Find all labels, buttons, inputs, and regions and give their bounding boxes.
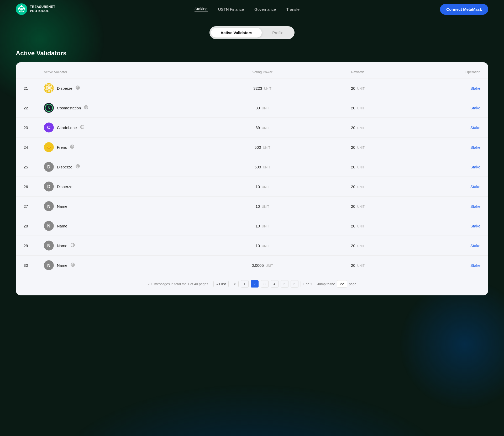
- end-page-button[interactable]: End »: [301, 281, 315, 287]
- row-voting-power: 39 UNIT: [209, 118, 316, 137]
- globe-icon[interactable]: [84, 105, 88, 110]
- row-rewards: 20 UNIT: [316, 177, 400, 196]
- stake-button[interactable]: Stake: [408, 145, 480, 150]
- validator-name: Name: [57, 224, 67, 228]
- row-operation: Stake: [400, 236, 488, 256]
- table-row: 24 🤝 Frens 500 UNIT 20 UNIT: [16, 137, 488, 157]
- page-3-button[interactable]: 3: [261, 280, 269, 288]
- row-rewards: 20 UNIT: [316, 216, 400, 236]
- row-operation: Stake: [400, 256, 488, 275]
- connect-metamask-button[interactable]: Connect MetaMask: [440, 4, 488, 15]
- stake-button[interactable]: Stake: [408, 106, 480, 110]
- table-row: 22 S Cosmostation 39 UNIT 20: [16, 98, 488, 118]
- logo-text: TREASURENET PROTOCOL: [30, 5, 55, 13]
- row-rewards: 20 UNIT: [316, 256, 400, 275]
- row-number: 30: [16, 256, 36, 275]
- validator-name: Citadel.one: [57, 125, 77, 130]
- globe-icon[interactable]: [70, 145, 74, 150]
- globe-icon[interactable]: [80, 125, 84, 130]
- row-number: 28: [16, 216, 36, 236]
- globe-icon[interactable]: [76, 86, 80, 91]
- validators-table: Active Validator Voting Power Rewards Op…: [16, 67, 488, 275]
- row-rewards: 20 UNIT: [316, 236, 400, 256]
- nav-ustn[interactable]: USTN Finance: [218, 7, 244, 12]
- validator-name: Name: [57, 204, 67, 209]
- first-page-button[interactable]: « First: [213, 281, 229, 287]
- validator-name: Disperze: [57, 165, 72, 169]
- row-validator: N Name: [36, 216, 209, 236]
- col-voting-power: Voting Power: [209, 67, 316, 78]
- globe-icon[interactable]: [71, 243, 75, 248]
- row-voting-power: 10 UNIT: [209, 216, 316, 236]
- stake-button[interactable]: Stake: [408, 184, 480, 189]
- row-validator: D Disperze: [36, 157, 209, 177]
- logo: TREASURENET PROTOCOL: [16, 3, 55, 15]
- stake-button[interactable]: Stake: [408, 165, 480, 169]
- row-validator: N Name: [36, 256, 209, 275]
- row-validator: N Name: [36, 236, 209, 256]
- row-validator: 🤝 Frens: [36, 137, 209, 157]
- table-row: 28 N Name 10 UNIT 20 UNIT Stake: [16, 216, 488, 236]
- validator-avatar: D: [44, 182, 54, 192]
- validator-avatar: 🤝: [44, 142, 54, 152]
- table-row: 23 C Citadel.one 39 UNIT 20 UNIT: [16, 118, 488, 137]
- validator-avatar: D: [44, 162, 54, 172]
- stake-button[interactable]: Stake: [408, 86, 480, 91]
- page-2-button[interactable]: 2: [251, 280, 259, 288]
- col-rewards: Rewards: [316, 67, 400, 78]
- pagination-info: 200 messages in total the 1 of 40 pages: [148, 282, 208, 286]
- jump-page-input[interactable]: [337, 280, 347, 288]
- table-row: 21 Disperze 3223 UNIT: [16, 78, 488, 98]
- validator-name: Disperze: [57, 184, 72, 189]
- row-validator: N Name: [36, 196, 209, 216]
- row-validator: C Citadel.one: [36, 118, 209, 137]
- svg-text:D: D: [47, 164, 50, 169]
- globe-icon[interactable]: [76, 164, 80, 169]
- validator-name: Cosmostation: [57, 106, 81, 110]
- svg-text:🤝: 🤝: [46, 145, 51, 150]
- pagination: 200 messages in total the 1 of 40 pages …: [16, 275, 488, 288]
- row-voting-power: 10 UNIT: [209, 236, 316, 256]
- row-voting-power: 10 UNIT: [209, 196, 316, 216]
- validator-avatar: S: [44, 103, 54, 113]
- stake-button[interactable]: Stake: [408, 263, 480, 268]
- row-operation: Stake: [400, 157, 488, 177]
- row-voting-power: 500 UNIT: [209, 137, 316, 157]
- stake-button[interactable]: Stake: [408, 125, 480, 130]
- tab-active-validators[interactable]: Active Validators: [211, 28, 262, 38]
- row-voting-power: 0.0005 UNIT: [209, 256, 316, 275]
- jump-to-label: Jump to the: [317, 282, 335, 286]
- validator-avatar: [44, 83, 54, 93]
- row-number: 23: [16, 118, 36, 137]
- row-operation: Stake: [400, 216, 488, 236]
- stake-button[interactable]: Stake: [408, 243, 480, 248]
- row-validator: S Cosmostation: [36, 98, 209, 118]
- prev-page-button[interactable]: <: [231, 281, 239, 287]
- stake-button[interactable]: Stake: [408, 224, 480, 228]
- row-rewards: 20 UNIT: [316, 157, 400, 177]
- stake-button[interactable]: Stake: [408, 204, 480, 209]
- row-operation: Stake: [400, 196, 488, 216]
- validator-avatar: C: [44, 123, 54, 132]
- svg-point-2: [20, 8, 23, 10]
- svg-text:N: N: [47, 263, 50, 268]
- nav-transfer[interactable]: Transfer: [286, 7, 301, 12]
- globe-icon[interactable]: [71, 263, 75, 268]
- validator-avatar: N: [44, 201, 54, 211]
- page-6-button[interactable]: 6: [291, 280, 298, 288]
- page-1-button[interactable]: 1: [241, 280, 249, 288]
- validator-name: Frens: [57, 145, 67, 150]
- page-4-button[interactable]: 4: [271, 280, 279, 288]
- tab-profile[interactable]: Profile: [263, 28, 293, 38]
- row-number: 22: [16, 98, 36, 118]
- row-number: 24: [16, 137, 36, 157]
- row-rewards: 20 UNIT: [316, 196, 400, 216]
- tab-switcher: Active Validators Profile: [16, 26, 488, 39]
- row-voting-power: 10 UNIT: [209, 177, 316, 196]
- nav-governance[interactable]: Governance: [254, 7, 276, 12]
- svg-text:D: D: [47, 184, 50, 189]
- validator-name: Name: [57, 243, 67, 248]
- nav-staking[interactable]: Staking: [195, 7, 208, 12]
- page-5-button[interactable]: 5: [281, 280, 288, 288]
- row-operation: Stake: [400, 98, 488, 118]
